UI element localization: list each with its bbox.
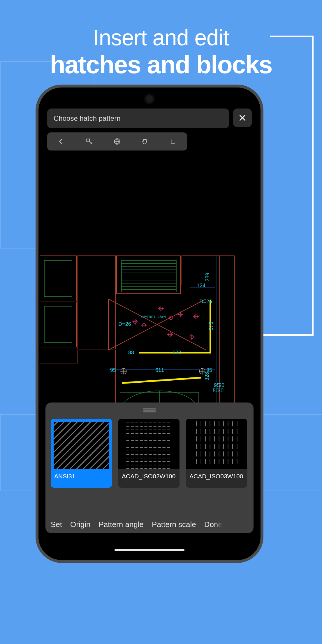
- target-marker-icon: [177, 312, 183, 317]
- back-button[interactable]: [47, 132, 75, 150]
- dimension-label: 328: [204, 372, 210, 381]
- svg-rect-4: [40, 302, 76, 347]
- headline-line2: hatches and blocks: [0, 50, 322, 79]
- pattern-card-label: ACAD_ISO03W100: [186, 469, 247, 488]
- svg-rect-6: [117, 256, 181, 294]
- target-marker-icon: [158, 306, 164, 312]
- dimension-label: 611: [155, 367, 164, 373]
- svg-rect-10: [44, 306, 72, 342]
- pattern-card-label: ACAD_ISO02W100: [118, 469, 180, 488]
- target-marker-icon: [189, 334, 195, 340]
- hatch-pattern-sheet[interactable]: ANSI31ACAD_ISO02W100ACAD_ISO03W100 SetOr…: [45, 402, 254, 533]
- svg-rect-11: [122, 260, 176, 292]
- close-icon: [238, 114, 247, 122]
- tool-world-button[interactable]: [103, 132, 131, 150]
- pattern-card-ANSI31[interactable]: ANSI31: [51, 419, 112, 488]
- drag-handle-icon[interactable]: [143, 408, 156, 409]
- headline-line1: Insert and edit: [0, 25, 322, 50]
- pattern-card-row: ANSI31ACAD_ISO02W100ACAD_ISO03W100: [51, 419, 248, 488]
- dimension-label: 30: [218, 388, 224, 393]
- phone-frame: Choose hatch pattern: [36, 85, 263, 563]
- box-arrow-icon: [85, 138, 93, 145]
- svg-rect-3: [40, 256, 76, 301]
- hand-icon: [141, 138, 149, 145]
- secondary-toolbar: [47, 132, 187, 150]
- tool-ucs-button[interactable]: [159, 132, 187, 150]
- home-indicator: [115, 549, 184, 551]
- pattern-card-label: ANSI31: [51, 469, 112, 488]
- dimension-label: D=26: [199, 299, 212, 304]
- target-marker-icon: [132, 319, 138, 325]
- pattern-preview-icon: [118, 419, 180, 469]
- corner-icon: [169, 138, 177, 145]
- pattern-card-ACAD_ISO02W100[interactable]: ACAD_ISO02W100: [118, 419, 180, 488]
- app-screen: Choose hatch pattern: [38, 88, 261, 560]
- svg-text:DIMVERIFY 1250/H: DIMVERIFY 1250/H: [140, 315, 166, 318]
- tool-snap-button[interactable]: [75, 132, 103, 150]
- dimension-label: 289: [205, 273, 210, 281]
- dimension-label: 30: [219, 382, 224, 388]
- svg-rect-7: [182, 256, 220, 285]
- action-pattern-angle[interactable]: Pattern angle: [98, 520, 144, 529]
- dimension-label: 88: [128, 350, 134, 356]
- action-origin[interactable]: Origin: [70, 520, 90, 529]
- action-set[interactable]: Set: [51, 520, 62, 529]
- marketing-headline: Insert and edit hatches and blocks: [0, 25, 322, 79]
- screen-title: Choose hatch pattern: [47, 108, 229, 128]
- selection-polyline: [140, 301, 210, 353]
- globe-icon: [113, 138, 121, 145]
- dimension-label: 124: [197, 283, 205, 288]
- selection-polyline: [123, 378, 200, 383]
- svg-line-31: [110, 422, 112, 469]
- dimension-label: 630: [173, 350, 181, 356]
- action-done[interactable]: Done: [204, 520, 222, 529]
- dimension-label: 376: [208, 322, 214, 330]
- tool-pan-button[interactable]: [131, 132, 159, 150]
- action-pattern-scale[interactable]: Pattern scale: [152, 520, 196, 529]
- pattern-card-ACAD_ISO03W100[interactable]: ACAD_ISO03W100: [186, 419, 247, 488]
- dimension-label: D=26: [118, 321, 131, 327]
- target-marker-icon: [193, 314, 199, 319]
- svg-rect-9: [44, 260, 72, 297]
- sheet-action-row: SetOriginPattern anglePattern scaleDone: [51, 520, 254, 529]
- close-button[interactable]: [233, 108, 252, 127]
- svg-rect-0: [87, 139, 89, 142]
- phone-camera-notch: [146, 95, 153, 103]
- svg-rect-5: [78, 256, 116, 349]
- chevron-left-icon: [57, 138, 65, 145]
- dimension-label: 95: [110, 367, 116, 373]
- target-marker-icon: [141, 322, 147, 328]
- pattern-preview-icon: [51, 419, 112, 469]
- pattern-preview-icon: [186, 419, 247, 469]
